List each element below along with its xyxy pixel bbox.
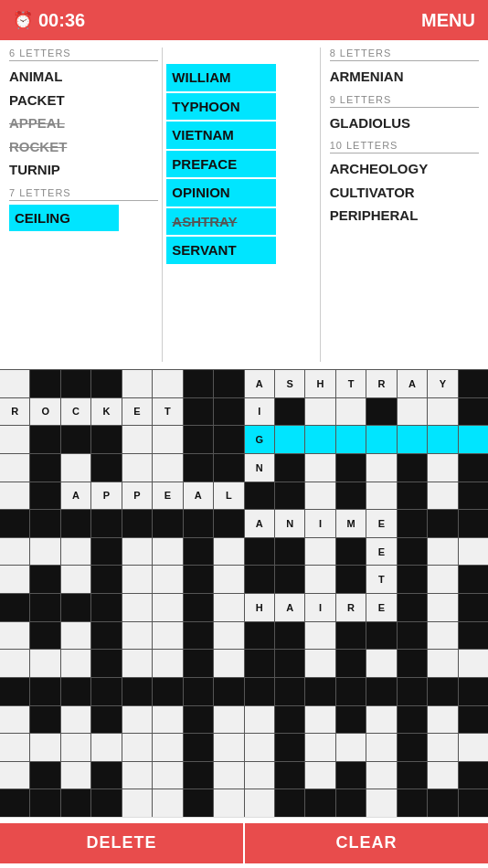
- cell[interactable]: [30, 650, 59, 677]
- cell[interactable]: A: [245, 510, 274, 537]
- cell[interactable]: [398, 789, 427, 817]
- cell[interactable]: [305, 566, 334, 593]
- cell[interactable]: T: [153, 398, 182, 426]
- cell[interactable]: [459, 566, 488, 593]
- cell[interactable]: [305, 650, 334, 677]
- cell[interactable]: [245, 678, 274, 705]
- cell[interactable]: [0, 622, 29, 650]
- cell[interactable]: [459, 678, 488, 705]
- cell[interactable]: I: [305, 594, 334, 621]
- cell[interactable]: [122, 454, 152, 482]
- word-peripheral[interactable]: PERIPHERAL: [330, 204, 479, 228]
- word-william[interactable]: WILLIAM: [166, 64, 276, 91]
- cell[interactable]: [398, 706, 427, 734]
- cell[interactable]: [275, 538, 304, 566]
- cell[interactable]: [61, 734, 90, 761]
- cell[interactable]: [214, 454, 243, 482]
- cell[interactable]: [275, 678, 304, 705]
- cell[interactable]: [61, 426, 90, 453]
- cell[interactable]: [61, 650, 90, 677]
- cell[interactable]: [122, 510, 152, 537]
- cell[interactable]: [336, 762, 366, 789]
- cell[interactable]: [61, 566, 90, 593]
- cell[interactable]: E: [366, 538, 396, 566]
- cell[interactable]: [366, 650, 396, 677]
- cell[interactable]: [61, 454, 90, 482]
- cell[interactable]: E: [366, 594, 396, 621]
- cell[interactable]: [122, 650, 152, 677]
- cell[interactable]: [459, 510, 488, 537]
- cell[interactable]: [245, 650, 274, 677]
- cell[interactable]: [336, 678, 366, 705]
- cell[interactable]: [459, 426, 488, 453]
- cell[interactable]: L: [214, 482, 243, 510]
- cell[interactable]: [184, 510, 213, 537]
- cell[interactable]: [184, 762, 213, 789]
- cell[interactable]: [91, 678, 121, 705]
- cell[interactable]: [428, 398, 457, 426]
- cell[interactable]: [214, 426, 243, 453]
- cell[interactable]: [184, 370, 213, 397]
- cell[interactable]: A: [275, 594, 304, 621]
- cell[interactable]: [122, 762, 152, 789]
- cell[interactable]: N: [245, 454, 274, 482]
- cell[interactable]: P: [91, 482, 121, 510]
- cell[interactable]: [336, 538, 366, 566]
- word-animal[interactable]: ANIMAL: [9, 65, 158, 89]
- cell[interactable]: [428, 734, 457, 761]
- cell[interactable]: [336, 426, 366, 453]
- cell[interactable]: [245, 762, 274, 789]
- cell[interactable]: [428, 762, 457, 789]
- cell[interactable]: [153, 566, 182, 593]
- cell[interactable]: [398, 510, 427, 537]
- cell[interactable]: [0, 706, 29, 734]
- menu-button[interactable]: MENU: [421, 10, 475, 31]
- cell[interactable]: P: [122, 482, 152, 510]
- cell[interactable]: [336, 789, 366, 817]
- cell[interactable]: [214, 398, 243, 426]
- cell[interactable]: [30, 454, 59, 482]
- cell[interactable]: [366, 706, 396, 734]
- cell[interactable]: R: [0, 398, 29, 426]
- word-turnip[interactable]: TURNIP: [9, 158, 158, 182]
- cell[interactable]: A: [245, 370, 274, 397]
- cell[interactable]: [398, 650, 427, 677]
- cell[interactable]: [305, 538, 334, 566]
- cell[interactable]: [214, 510, 243, 537]
- cell[interactable]: [275, 454, 304, 482]
- cell[interactable]: A: [61, 482, 90, 510]
- cell[interactable]: [153, 650, 182, 677]
- cell[interactable]: [61, 370, 90, 397]
- cell[interactable]: [122, 706, 152, 734]
- cell[interactable]: [61, 762, 90, 789]
- cell[interactable]: [153, 622, 182, 650]
- word-appeal[interactable]: APPEAL: [9, 111, 158, 135]
- cell[interactable]: M: [336, 510, 366, 537]
- cell[interactable]: [214, 566, 243, 593]
- cell[interactable]: [91, 426, 121, 453]
- cell[interactable]: [459, 594, 488, 621]
- cell[interactable]: [245, 706, 274, 734]
- cell[interactable]: [30, 482, 59, 510]
- cell[interactable]: [305, 706, 334, 734]
- cell[interactable]: [275, 734, 304, 761]
- cell[interactable]: [398, 678, 427, 705]
- cell[interactable]: [61, 622, 90, 650]
- cell[interactable]: [30, 734, 59, 761]
- cell[interactable]: [214, 678, 243, 705]
- cell[interactable]: [153, 762, 182, 789]
- cell[interactable]: I: [305, 510, 334, 537]
- cell[interactable]: [30, 678, 59, 705]
- cell[interactable]: [214, 538, 243, 566]
- cell[interactable]: R: [366, 370, 396, 397]
- cell[interactable]: [245, 734, 274, 761]
- cell[interactable]: [91, 538, 121, 566]
- cell[interactable]: [214, 370, 243, 397]
- word-ceiling[interactable]: CEILING: [9, 205, 119, 232]
- cell[interactable]: [459, 482, 488, 510]
- cell[interactable]: [336, 622, 366, 650]
- cell[interactable]: [214, 622, 243, 650]
- cell[interactable]: [122, 538, 152, 566]
- cell[interactable]: [91, 454, 121, 482]
- cell[interactable]: [336, 706, 366, 734]
